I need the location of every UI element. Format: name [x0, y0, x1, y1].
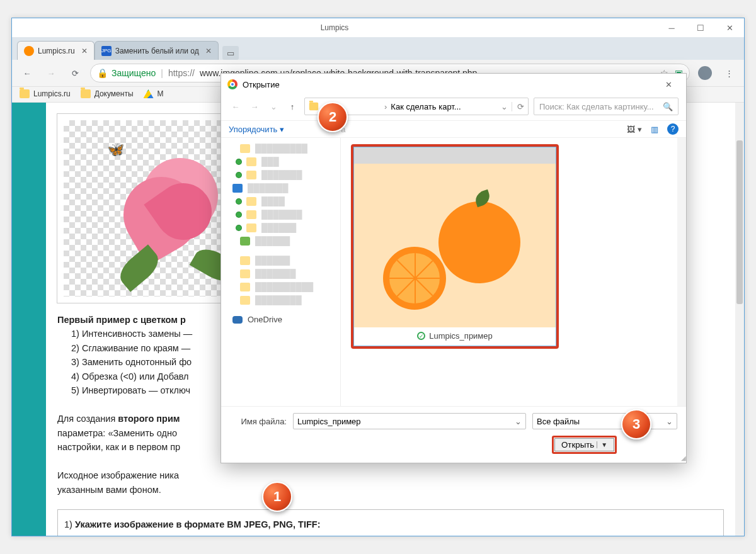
chevron-down-icon[interactable]: ▼ — [597, 441, 607, 448]
upload-caption: 1) Укажите изображение в формате BM JPEG… — [64, 517, 717, 531]
reload-button[interactable]: ⟳ — [66, 64, 84, 82]
tree-label: OneDrive — [248, 315, 282, 324]
chevron-down-icon: ▾ — [280, 125, 284, 134]
example-heading: Первый пример с цветком р — [57, 315, 186, 325]
nav-up-button[interactable]: ↑ — [285, 102, 299, 111]
window-close-button[interactable]: ✕ — [715, 18, 744, 37]
search-placeholder: Поиск: Как сделать картинку... — [539, 102, 659, 111]
secure-label: Защищено — [112, 68, 156, 78]
sync-ok-icon — [236, 225, 241, 230]
lock-icon: 🔒 — [97, 68, 108, 78]
orange-half-illustration — [383, 247, 446, 310]
chevron-down-icon[interactable]: ⌄ — [666, 417, 673, 426]
preview-pane-button[interactable]: ▥ — [651, 125, 658, 134]
folder-icon — [246, 223, 256, 232]
dialog-search-input[interactable]: Поиск: Как сделать картинку... 🔍 — [534, 98, 679, 115]
dropbox-icon — [232, 184, 243, 193]
sync-ok-icon — [236, 199, 241, 204]
folder-icon — [81, 89, 91, 98]
jpg-icon: JPG — [101, 46, 112, 56]
chrome-icon — [227, 79, 238, 89]
nav-forward-button[interactable]: → — [248, 102, 261, 111]
dialog-close-button[interactable]: ✕ — [657, 80, 680, 89]
new-tab-button[interactable]: ▭ — [222, 46, 239, 60]
tab-close-icon[interactable]: ✕ — [81, 47, 88, 55]
chevron-down-icon[interactable]: ⌄ — [515, 417, 522, 426]
bookmark-documents[interactable]: Документы — [81, 89, 134, 98]
tab-label: Заменить белый или од — [115, 47, 199, 55]
url-scheme: https:// — [168, 68, 195, 78]
gdrive-icon — [144, 89, 154, 98]
filename-input[interactable]: Lumpics_пример ⌄ — [293, 413, 526, 429]
scroll-thumb[interactable] — [736, 140, 743, 304]
window-titlebar: Lumpics ─ ☐ ✕ — [12, 18, 744, 37]
open-button[interactable]: Открыть▼ — [554, 438, 614, 451]
tab-lumpics[interactable]: Lumpics.ru ✕ — [17, 41, 94, 60]
chevron-down-icon[interactable]: ⌄ — [501, 102, 508, 111]
step-badge-2: 2 — [318, 102, 348, 132]
file-open-dialog: Открытие ✕ ← → ⌄ ↑ › spacer spacer › Как… — [220, 73, 687, 463]
file-item[interactable]: ✓ Lumpics_пример — [353, 147, 556, 346]
step-badge-3: 3 — [621, 409, 651, 439]
folder-icon — [246, 157, 256, 166]
folder-icon — [240, 269, 250, 278]
onedrive-icon — [232, 316, 243, 324]
dialog-title: Открытие — [243, 80, 280, 89]
contact-icon — [240, 237, 250, 246]
menu-button[interactable]: ⋮ — [720, 64, 738, 82]
tree-onedrive[interactable]: OneDrive — [221, 313, 340, 326]
filelist-scrollbar[interactable] — [677, 138, 686, 406]
folder-icon — [240, 283, 250, 291]
tab-imgonline[interactable]: JPG Заменить белый или од ✕ — [94, 41, 219, 60]
sync-ok-icon: ✓ — [417, 332, 425, 340]
forward-button[interactable]: → — [42, 64, 60, 82]
nav-recent-button[interactable]: ⌄ — [266, 102, 280, 111]
orange-icon — [24, 46, 34, 56]
bookmark-gdrive[interactable]: М — [144, 89, 164, 98]
help-icon[interactable]: ? — [667, 123, 679, 135]
bookmark-label: М — [158, 89, 164, 98]
orange-illustration — [438, 201, 520, 283]
folder-icon — [240, 256, 250, 265]
paragraph-3b: указанным вами фоном. — [57, 483, 724, 497]
tab-strip: Lumpics.ru ✕ JPG Заменить белый или од ✕… — [12, 37, 744, 60]
organize-menu[interactable]: Упорядочить▾ — [229, 125, 284, 134]
tab-close-icon[interactable]: ✕ — [205, 47, 212, 55]
folder-icon — [240, 296, 250, 305]
folder-icon — [240, 144, 250, 153]
view-mode-button[interactable]: 🖼 ▾ — [627, 125, 642, 134]
filetype-select[interactable]: Все файлы ⌄ — [532, 413, 677, 429]
dialog-footer: Имя файла: Lumpics_пример ⌄ Все файлы ⌄ … — [221, 406, 686, 463]
bookmark-label: Документы — [94, 89, 134, 98]
window-title: Lumpics — [12, 23, 657, 32]
back-button[interactable]: ← — [18, 64, 36, 82]
file-name: Lumpics_пример — [429, 331, 493, 341]
nav-back-button[interactable]: ← — [229, 102, 243, 111]
folder-icon — [309, 103, 318, 111]
dialog-toolbar: Упорядочить▾ а 🖼 ▾ ▥ ? — [221, 120, 686, 138]
open-button-highlight: Открыть▼ — [552, 436, 617, 454]
search-icon: 🔍 — [663, 102, 673, 111]
filename-value: Lumpics_пример — [297, 417, 361, 426]
upload-section: 1) Укажите изображение в формате BM JPEG… — [57, 509, 724, 536]
page-scrollbar[interactable] — [735, 103, 744, 536]
profile-avatar[interactable] — [696, 64, 714, 82]
resize-grip[interactable]: ◢ — [681, 455, 685, 461]
folder-tree[interactable]: █████████ ███ ███████ ███████ ████ █████… — [221, 138, 341, 406]
step-badge-1: 1 — [262, 482, 292, 512]
folder-icon — [246, 171, 256, 179]
file-list[interactable]: ✓ Lumpics_пример — [341, 138, 686, 406]
refresh-icon[interactable]: ⟳ — [512, 102, 524, 111]
file-selection-highlight: ✓ Lumpics_пример — [351, 144, 559, 349]
sync-ok-icon — [236, 159, 241, 164]
tab-label: Lumpics.ru — [38, 47, 75, 55]
window-maximize-button[interactable]: ☐ — [686, 18, 715, 37]
bookmark-lumpics[interactable]: Lumpics.ru — [20, 89, 71, 98]
folder-icon — [20, 89, 30, 98]
sync-ok-icon — [236, 172, 241, 178]
window-minimize-button[interactable]: ─ — [657, 18, 686, 37]
breadcrumb-label: Как сделать карт... — [391, 102, 461, 111]
dialog-navigation: ← → ⌄ ↑ › spacer spacer › Как сделать ка… — [221, 95, 686, 120]
filetype-value: Все файлы — [537, 417, 580, 426]
chevron-right-icon: › — [384, 102, 387, 111]
